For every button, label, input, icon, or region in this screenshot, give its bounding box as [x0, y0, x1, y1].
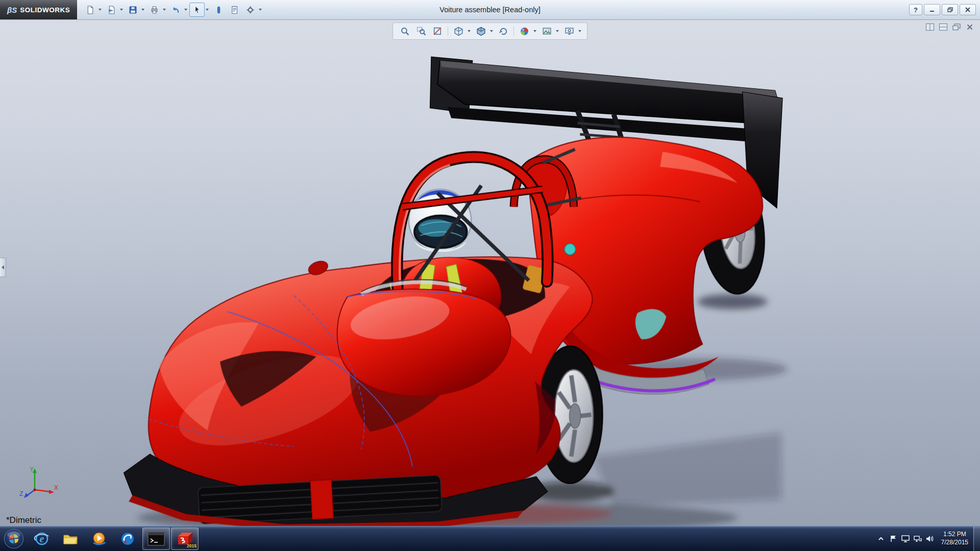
- race-car-model[interactable]: [0, 19, 980, 527]
- undo-dropdown[interactable]: [184, 9, 187, 11]
- zoom-to-fit-icon: [400, 27, 410, 36]
- taskbar-item-internet-explorer[interactable]: e: [28, 528, 56, 550]
- volume-button[interactable]: [924, 529, 936, 549]
- selection-filter-button[interactable]: [211, 3, 226, 17]
- network-icon: [913, 535, 922, 543]
- select-cursor-icon: [193, 6, 202, 14]
- feature-pane-collapse-tab[interactable]: [0, 258, 6, 277]
- close-icon: [965, 7, 970, 12]
- viewport-pane-controls: [925, 22, 975, 31]
- view-orientation-dropdown[interactable]: [468, 30, 471, 32]
- new-file-dropdown[interactable]: [99, 9, 102, 11]
- window-title: Voiture assemblee [Read-only]: [439, 6, 540, 14]
- taskbar-item-file-explorer[interactable]: [57, 528, 84, 550]
- split-vertical-icon: [926, 23, 934, 31]
- selection-filter-icon: [214, 6, 223, 14]
- restore-pane-button[interactable]: [951, 22, 962, 31]
- help-button[interactable]: ?: [909, 4, 922, 15]
- options-button[interactable]: [242, 3, 258, 17]
- view-settings-dropdown[interactable]: [578, 30, 581, 32]
- minimize-button[interactable]: [924, 4, 940, 15]
- select-dropdown[interactable]: [206, 9, 209, 11]
- split-horizontal-icon: [939, 23, 947, 31]
- svg-text:Y: Y: [30, 466, 34, 473]
- toolbar-separator: [513, 27, 514, 36]
- open-document-icon: [107, 6, 116, 14]
- main-toolbar: [82, 3, 263, 17]
- display-settings-button[interactable]: [899, 529, 912, 549]
- close-pane-icon: [967, 24, 973, 30]
- undo-button[interactable]: [168, 3, 183, 17]
- taskbar: e: [0, 526, 980, 551]
- edit-appearance-dropdown[interactable]: [533, 30, 536, 32]
- chevron-up-icon: [877, 536, 885, 542]
- close-button[interactable]: [960, 4, 976, 15]
- window-controls: ?: [909, 4, 980, 15]
- zoom-to-fit-button[interactable]: [397, 24, 412, 38]
- windows-start-orb-icon: [4, 529, 24, 549]
- split-pane-horizontal-button[interactable]: [938, 22, 948, 31]
- split-pane-vertical-button[interactable]: [925, 22, 935, 31]
- flag-icon: [889, 535, 897, 543]
- open-document-dropdown[interactable]: [120, 9, 123, 11]
- folder-icon: [62, 532, 79, 546]
- ds-logo-mark: βS: [7, 6, 17, 14]
- display-style-dropdown[interactable]: [490, 30, 493, 32]
- taskbar-item-command-prompt[interactable]: [142, 528, 170, 550]
- zoom-to-area-button[interactable]: [413, 24, 429, 38]
- start-button[interactable]: [0, 527, 28, 551]
- file-properties-icon: [230, 6, 239, 14]
- display-style-icon: [476, 27, 486, 36]
- zoom-to-area-icon: [416, 27, 426, 36]
- view-orientation-label: *Dimetric: [6, 515, 41, 525]
- view-orientation-button[interactable]: [451, 24, 466, 38]
- rotate-view-icon: [499, 27, 508, 36]
- solidworks-version-badge: 2015: [187, 543, 197, 548]
- monitor-icon: [901, 535, 910, 543]
- save-dropdown[interactable]: [141, 9, 144, 11]
- media-player-icon: [91, 531, 107, 546]
- solidworks-window: { "colors": { "body_red": "#d31008", "wi…: [0, 0, 980, 551]
- toolbar-separator: [448, 27, 448, 36]
- options-dropdown[interactable]: [259, 9, 262, 11]
- restore-button[interactable]: [942, 4, 958, 15]
- new-file-icon: [86, 6, 94, 14]
- taskbar-clock[interactable]: 1:52 PM 7/28/2015: [936, 531, 973, 546]
- display-style-button[interactable]: [473, 24, 488, 38]
- network-status-button[interactable]: [912, 529, 924, 549]
- graphics-viewport[interactable]: Y X Z *Dimetric: [0, 19, 980, 527]
- new-file-button[interactable]: [82, 3, 97, 17]
- internet-explorer-icon: e: [34, 531, 50, 547]
- edit-appearance-sphere-icon: [520, 27, 529, 36]
- system-tray: 1:52 PM 7/28/2015: [875, 527, 980, 551]
- apply-scene-button[interactable]: [539, 24, 554, 38]
- svg-text:Z: Z: [19, 490, 23, 497]
- save-button[interactable]: [125, 3, 140, 17]
- apply-scene-dropdown[interactable]: [556, 30, 559, 32]
- view-settings-button[interactable]: [561, 24, 577, 38]
- print-button[interactable]: [146, 3, 162, 17]
- taskbar-item-media-player[interactable]: [85, 528, 113, 550]
- open-document-button[interactable]: [104, 3, 119, 17]
- select-button[interactable]: [189, 3, 205, 17]
- restore-icon: [947, 7, 953, 12]
- titlebar: βS SOLIDWORKS: [0, 0, 980, 20]
- close-pane-button[interactable]: [965, 22, 975, 31]
- options-gear-icon: [246, 6, 255, 14]
- edit-appearance-button[interactable]: [517, 24, 532, 38]
- brand-name: SOLIDWORKS: [20, 6, 70, 14]
- heads-up-view-toolbar: [393, 22, 587, 40]
- taskbar-item-solidworks-launcher[interactable]: [114, 528, 141, 550]
- minimize-icon: [929, 7, 935, 12]
- solidworks-logo: βS SOLIDWORKS: [0, 0, 77, 19]
- file-properties-button[interactable]: [227, 3, 242, 17]
- section-view-button[interactable]: [430, 24, 445, 38]
- tray-expand-button[interactable]: [875, 529, 887, 549]
- rotate-view-button[interactable]: [496, 24, 511, 38]
- collapse-arrow-icon: [2, 265, 4, 269]
- restore-pane-icon: [952, 23, 961, 31]
- action-center-button[interactable]: [887, 529, 899, 549]
- show-desktop-button[interactable]: [973, 527, 980, 551]
- taskbar-item-solidworks-2015[interactable]: 2015: [171, 528, 199, 550]
- print-dropdown[interactable]: [163, 9, 166, 11]
